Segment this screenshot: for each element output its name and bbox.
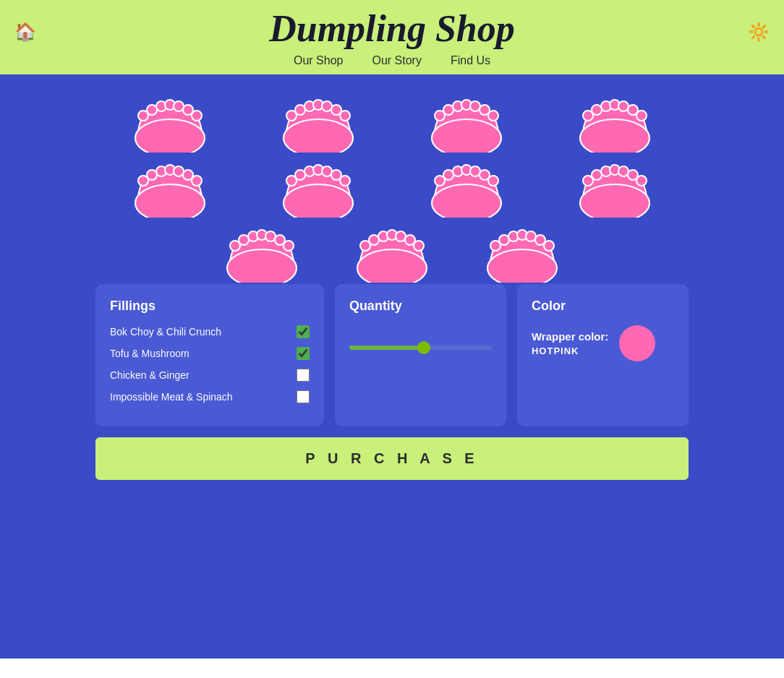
dumpling-row-1 <box>95 96 689 154</box>
svg-point-42 <box>295 170 305 180</box>
svg-point-58 <box>592 170 602 180</box>
filling-impossible-checkbox[interactable] <box>297 390 310 403</box>
quantity-title: Quantity <box>349 299 492 314</box>
svg-point-71 <box>284 241 294 251</box>
dumpling-2 <box>275 96 362 154</box>
filling-chicken-label: Chicken & Ginger <box>110 369 189 381</box>
home-icon[interactable]: 🏠 <box>14 22 36 42</box>
svg-point-7 <box>192 111 202 121</box>
svg-point-77 <box>396 231 406 241</box>
dumpling-3 <box>423 96 510 154</box>
dumpling-4 <box>571 96 658 154</box>
filling-tofu-checkbox[interactable] <box>297 347 310 360</box>
purchase-button[interactable]: P U R C H A S E <box>95 437 689 480</box>
dumpling-10 <box>349 226 435 284</box>
filling-impossible-label: Impossible Meat & Spinach <box>110 391 233 403</box>
svg-point-61 <box>618 166 629 176</box>
nav-find-us[interactable]: Find Us <box>451 54 490 67</box>
quantity-panel: Quantity <box>335 284 506 426</box>
filling-bok-choy: Bok Choy & Chili Crunch <box>110 325 310 338</box>
svg-point-2 <box>147 105 157 115</box>
dumpling-1 <box>127 96 213 154</box>
nav-our-story[interactable]: Our Story <box>372 54 421 67</box>
filling-tofu-label: Tofu & Mushroom <box>110 348 189 359</box>
color-panel: Color Wrapper color: HOTPINK <box>517 284 689 426</box>
svg-point-29 <box>618 101 629 111</box>
svg-point-80 <box>357 249 427 283</box>
page-title: Dumpling Shop <box>14 7 770 50</box>
filling-chicken-checkbox[interactable] <box>297 369 310 382</box>
color-label-group: Wrapper color: HOTPINK <box>532 330 608 356</box>
svg-point-23 <box>488 111 498 121</box>
quantity-slider[interactable] <box>349 346 492 350</box>
svg-point-47 <box>340 176 350 186</box>
color-circle <box>619 325 655 361</box>
dumpling-7 <box>423 161 510 219</box>
wrapper-color-label: Wrapper color: <box>532 330 608 343</box>
svg-point-45 <box>322 166 332 176</box>
main-nav: Our Shop Our Story Find Us <box>14 54 770 67</box>
svg-point-24 <box>432 119 501 153</box>
svg-point-32 <box>580 119 649 153</box>
svg-point-26 <box>592 105 602 115</box>
controls-row: Fillings Bok Choy & Chili Crunch Tofu & … <box>95 284 689 426</box>
svg-point-40 <box>135 184 205 218</box>
svg-point-85 <box>526 231 536 241</box>
fillings-title: Fillings <box>110 299 310 314</box>
dumpling-row-3 <box>95 226 689 284</box>
svg-point-13 <box>322 101 332 111</box>
dumpling-row-2 <box>95 161 689 219</box>
svg-point-79 <box>414 241 424 251</box>
svg-point-16 <box>284 119 353 153</box>
svg-point-48 <box>284 184 353 218</box>
svg-point-5 <box>174 101 184 111</box>
svg-point-55 <box>488 176 498 186</box>
quantity-slider-container <box>349 325 492 367</box>
fillings-panel: Fillings Bok Choy & Chili Crunch Tofu & … <box>95 284 324 426</box>
svg-point-8 <box>135 119 205 153</box>
svg-point-56 <box>432 184 501 218</box>
dumpling-8 <box>571 161 658 219</box>
svg-point-39 <box>192 176 202 186</box>
nav-our-shop[interactable]: Our Shop <box>294 54 343 67</box>
filling-impossible: Impossible Meat & Spinach <box>110 390 310 403</box>
dumpling-9 <box>218 226 305 284</box>
color-title: Color <box>532 299 674 314</box>
svg-point-15 <box>340 111 350 121</box>
svg-point-10 <box>295 105 305 115</box>
filling-bok-choy-checkbox[interactable] <box>297 325 310 338</box>
color-display-row: Wrapper color: HOTPINK <box>532 325 674 361</box>
main-content: Fillings Bok Choy & Chili Crunch Tofu & … <box>0 74 784 658</box>
svg-point-50 <box>443 170 453 180</box>
svg-point-37 <box>174 166 184 176</box>
svg-point-74 <box>369 235 379 245</box>
dumpling-5 <box>127 161 213 219</box>
filling-bok-choy-label: Bok Choy & Chili Crunch <box>110 326 221 338</box>
svg-point-88 <box>487 249 557 283</box>
svg-point-72 <box>227 249 297 283</box>
svg-point-31 <box>636 111 647 121</box>
svg-point-53 <box>470 166 480 176</box>
svg-point-87 <box>544 241 554 251</box>
svg-point-69 <box>265 231 276 241</box>
svg-point-63 <box>636 176 647 186</box>
dumpling-6 <box>275 161 362 219</box>
wrapper-color-value: HOTPINK <box>532 346 608 356</box>
svg-point-34 <box>147 170 157 180</box>
svg-point-82 <box>499 235 509 245</box>
svg-point-64 <box>580 184 649 218</box>
svg-point-18 <box>443 105 453 115</box>
svg-point-66 <box>239 235 249 245</box>
svg-point-21 <box>470 101 480 111</box>
filling-chicken: Chicken & Ginger <box>110 369 310 382</box>
brightness-icon[interactable]: 🔆 <box>748 22 770 42</box>
filling-tofu: Tofu & Mushroom <box>110 347 310 360</box>
dumpling-11 <box>479 226 566 284</box>
